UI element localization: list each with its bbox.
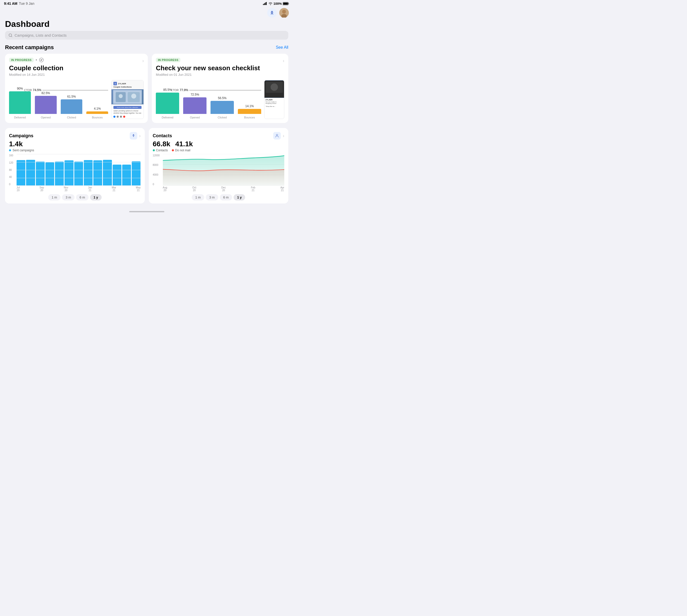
contacts-period-1y[interactable]: 1 y [234, 194, 245, 200]
contacts-legend: Contacts Do not mail [153, 149, 285, 152]
email-preview-2: ZYLAER Are you ready to shopping choice … [264, 80, 284, 119]
chevron-right-icon-1: › [142, 58, 144, 64]
contacts-chart-wrapper: 12000 8000 4000 0 Aug20 Oct20 Dec20 Feb2… [153, 154, 285, 192]
contacts-chart-inner [163, 154, 285, 186]
campaign-card-2[interactable]: › IN PROGRESS Check your new season chec… [152, 54, 288, 123]
bar-opened-1 [35, 96, 57, 114]
bar-item-clicked-2: 56.5% Clicked [210, 96, 234, 119]
campaigns-legend-dot [9, 149, 11, 151]
camp-bar-9 [93, 160, 102, 186]
status-date: Tue 9 Jan [19, 1, 35, 5]
contacts-period-1m[interactable]: 1 m [192, 194, 204, 200]
svg-rect-6 [283, 2, 288, 4]
camp-bar-6 [65, 160, 73, 186]
contacts-x-labels: Aug20 Oct20 Dec20 Feb21 Apr21 [163, 186, 285, 192]
see-all-button[interactable]: See All [276, 45, 288, 50]
bar-item-clicked-1: 61.5% Clicked [61, 95, 83, 119]
bar-bounces-1 [86, 111, 108, 114]
campaigns-chart-wrapper: 160 120 80 40 0 Jul20 Sep20 Nov20 Jan21 … [9, 154, 141, 192]
wifi-icon [268, 2, 272, 5]
contacts-period-tabs: 1 m 3 m 6 m 1 y [153, 194, 285, 200]
campaigns-stat-card: Campaigns › 1.4k Sent campaigns [5, 128, 145, 203]
bar-clicked-2 [210, 101, 234, 114]
contacts-legend-1: Contacts [153, 149, 168, 152]
campaign-modified-1: Modified on 14 Jun 2021 [9, 73, 144, 76]
bar-opened-2 [183, 97, 206, 114]
campaign-title-1: Couple collection [9, 64, 144, 72]
chart-area-1: CTOR 74.5% 90% Delivered 82.5% Opened [9, 80, 144, 119]
campaigns-period-1m[interactable]: 1 m [48, 194, 61, 200]
page-title: Dashboard [0, 19, 293, 31]
battery-percent: 100% [273, 2, 282, 5]
campaigns-chevron-icon: › [139, 133, 141, 138]
email-preview-img-2 [264, 80, 284, 98]
search-placeholder: Campaigns, Lists and Contacts [15, 33, 67, 37]
rocket-icon [269, 10, 274, 15]
campaigns-period-6m[interactable]: 6 m [76, 194, 89, 200]
check-circle-icon [39, 58, 44, 62]
notifications-button[interactable] [267, 8, 277, 18]
contacts-card-icons: › [273, 132, 284, 139]
bar-chart-2: CTOR 77.9% 85.5% Delivered 72.5% Opened [156, 86, 261, 119]
camp-bar-3 [36, 161, 45, 186]
svg-rect-1 [264, 3, 265, 5]
battery-icon [283, 2, 289, 5]
status-bar: 9:41 AM Tue 9 Jan 100% [0, 0, 293, 6]
contacts-y-labels: 12000 8000 4000 0 [153, 154, 160, 186]
bar-item-delivered-2: 85.5% Delivered [156, 88, 179, 119]
campaign-title-2: Check your new season checklist [156, 64, 284, 72]
ctor-line-1: CTOR 74.5% [24, 88, 108, 92]
camp-bar-13 [132, 161, 140, 186]
campaigns-period-tabs: 1 m 3 m 6 m 1 y [9, 194, 141, 200]
svg-point-7 [272, 12, 272, 13]
campaigns-period-3m[interactable]: 3 m [62, 194, 74, 200]
recent-campaigns-title: Recent campaigns [5, 44, 54, 51]
camp-bar-11 [113, 164, 121, 186]
chart-area-2: CTOR 77.9% 85.5% Delivered 72.5% Opened [156, 80, 284, 119]
contacts-card-title: Contacts [153, 133, 172, 138]
email-preview-footer-1 [111, 115, 143, 119]
bar-item-opened-2: 72.5% Opened [183, 93, 206, 119]
signal-icon [263, 2, 267, 5]
campaigns-legend: Sent campaigns [9, 149, 141, 152]
contacts-chevron-icon: › [283, 133, 284, 138]
contacts-icon-btn[interactable] [273, 132, 281, 139]
campaigns-card-icons: › [130, 132, 141, 139]
campaigns-row: › IN PROGRESS • Couple collection Modifi… [0, 54, 293, 128]
bar-bounces-2 [238, 109, 261, 114]
home-indicator [129, 211, 164, 212]
bar-chart-1: CTOR 74.5% 90% Delivered 82.5% Opened [9, 86, 108, 119]
bar-item-bounces-2: 14.1% Bounces [238, 104, 261, 119]
campaign-card-1[interactable]: › IN PROGRESS • Couple collection Modifi… [5, 54, 148, 123]
contacts-icon [275, 134, 279, 138]
bar-delivered-2 [156, 93, 179, 114]
svg-point-18 [131, 94, 136, 98]
contacts-period-3m[interactable]: 3 m [206, 194, 218, 200]
campaigns-value: 1.4k [9, 140, 141, 148]
svg-rect-0 [263, 4, 264, 5]
bottom-row: Campaigns › 1.4k Sent campaigns [0, 128, 293, 208]
search-bar[interactable]: Campaigns, Lists and Contacts [5, 31, 288, 40]
svg-rect-3 [266, 2, 267, 5]
header-icons-row [0, 6, 293, 19]
email-preview-img-1 [111, 89, 143, 104]
email-preview-1: Z ZYLAER Couple Collections [111, 80, 144, 119]
campaigns-period-1y[interactable]: 1 y [90, 194, 102, 200]
avatar-image [279, 8, 289, 18]
contacts-legend-2: Do not mail [172, 149, 191, 152]
contacts-period-6m[interactable]: 6 m [220, 194, 232, 200]
contacts-dot-2 [172, 149, 174, 151]
campaigns-x-labels: Jul20 Sep20 Nov20 Jan21 Mar21 May21 [17, 186, 141, 192]
bar-item-opened-1: 82.5% Opened [35, 91, 57, 119]
campaigns-legend-label: Sent campaigns [13, 149, 34, 152]
user-avatar[interactable] [279, 8, 289, 18]
campaigns-icon-btn[interactable] [130, 132, 137, 139]
contacts-values: 66.8k 41.1k [153, 140, 285, 148]
svg-rect-2 [265, 2, 266, 5]
camp-bar-12 [122, 164, 131, 186]
status-time: 9:41 AM [4, 1, 17, 5]
camp-bar-7 [74, 161, 83, 186]
status-badge-2: IN PROGRESS [156, 58, 180, 62]
email-preview-header-1: Z ZYLAER Couple Collections [111, 80, 143, 89]
campaigns-chart-inner [17, 154, 141, 186]
